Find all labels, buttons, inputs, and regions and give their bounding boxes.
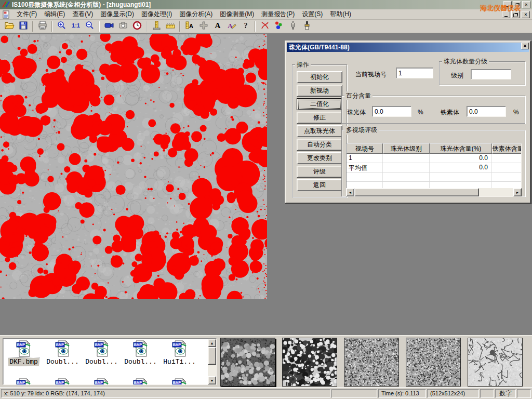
- brush-button[interactable]: [300, 20, 314, 33]
- file-name[interactable]: Doubl...: [84, 358, 118, 366]
- classify-button[interactable]: [272, 20, 286, 33]
- file-name[interactable]: Doubl...: [45, 358, 79, 366]
- pearlite-percent-input[interactable]: [372, 106, 411, 117]
- file-name[interactable]: DKF.bmp: [8, 358, 39, 366]
- current-field-input[interactable]: [396, 68, 433, 78]
- thumbnail-1[interactable]: [220, 338, 275, 387]
- table-header[interactable]: 珠光体含量(%): [430, 143, 492, 154]
- op-button-7[interactable]: 更改类别: [297, 152, 342, 164]
- open-button[interactable]: [2, 20, 16, 33]
- percent-group-label: 百分含量: [344, 91, 373, 100]
- bmp-file-icon: BMP: [16, 340, 32, 357]
- table-header[interactable]: 珠光体级别: [383, 143, 430, 154]
- caliper-button[interactable]: [149, 20, 163, 33]
- file-item-3[interactable]: BMP Doubl...: [82, 340, 121, 366]
- svg-text:BMP: BMP: [95, 381, 103, 384]
- ferrite-percent-input[interactable]: [467, 106, 506, 117]
- thumbnail-4[interactable]: [406, 338, 461, 387]
- menu-item-10[interactable]: 帮助(H): [326, 9, 355, 20]
- table-row[interactable]: [347, 172, 521, 182]
- scroll-left-button[interactable]: ◄: [346, 188, 354, 196]
- menu-item-8[interactable]: 测量报告(P): [258, 9, 298, 20]
- zoom-out-button[interactable]: [83, 20, 97, 33]
- menu-item-4[interactable]: 图像显示(D): [97, 9, 138, 20]
- table-header[interactable]: 视场号: [347, 143, 383, 154]
- pointer-pen-button[interactable]: [286, 20, 300, 33]
- table-row[interactable]: 10.0: [347, 154, 521, 163]
- print-button[interactable]: [35, 20, 49, 33]
- menu-item-9[interactable]: 设置(S): [298, 9, 326, 20]
- thumbnail-3[interactable]: [344, 338, 399, 387]
- file-list-scrollbar[interactable]: ▲ ▼: [208, 339, 216, 384]
- timer-button[interactable]: [130, 20, 144, 33]
- merge-button[interactable]: [196, 20, 210, 33]
- file-item-4[interactable]: BMP Doubl...: [121, 340, 160, 366]
- op-button-9[interactable]: 返回: [297, 179, 342, 191]
- table-row[interactable]: 平均值0.0: [347, 163, 521, 172]
- capture-button[interactable]: [116, 20, 130, 33]
- save-button[interactable]: [16, 20, 30, 33]
- scroll-right-button[interactable]: ►: [513, 188, 522, 196]
- menu-item-2[interactable]: 编辑(E): [41, 9, 69, 20]
- document-icon[interactable]: [2, 10, 10, 19]
- file-item-1[interactable]: BMP DKF.bmp: [4, 340, 43, 366]
- op-button-8[interactable]: 评级: [297, 166, 342, 178]
- op-button-4[interactable]: 修正: [297, 112, 342, 124]
- table-header[interactable]: 铁素体含量(%): [492, 143, 522, 154]
- video-camera-icon: [104, 20, 114, 32]
- grade-input[interactable]: [471, 69, 511, 79]
- annotate-button[interactable]: A: [224, 20, 238, 33]
- svg-text:1:1: 1:1: [72, 22, 80, 29]
- file-item-2[interactable]: BMP Doubl...: [43, 340, 82, 366]
- file-item-clipped-4[interactable]: BMP: [121, 378, 160, 385]
- menu-item-3[interactable]: 查看(V): [69, 9, 97, 20]
- svg-text:BMP: BMP: [56, 381, 64, 384]
- op-button-2[interactable]: 新视场: [297, 85, 342, 97]
- file-name[interactable]: HuiTi...: [162, 358, 196, 366]
- dialog-title-bar[interactable]: 珠光体(GB/T9441-88): [287, 43, 529, 52]
- help-button[interactable]: ?: [238, 20, 252, 33]
- scroll-up-button[interactable]: ▲: [208, 339, 216, 347]
- delete-curve-button[interactable]: [258, 20, 272, 33]
- file-item-clipped-5[interactable]: BMP: [160, 378, 199, 385]
- close-button[interactable]: ×: [522, 1, 530, 8]
- file-list[interactable]: BMP DKF.bmp BMP Doubl... BMP Doubl... BM…: [3, 338, 217, 385]
- file-item-clipped-2[interactable]: BMP: [43, 378, 82, 385]
- one-to-one-button[interactable]: 1:1: [69, 20, 83, 33]
- app-icon: [2, 1, 10, 9]
- status-panel-empty-2: [480, 389, 494, 398]
- op-button-6[interactable]: 自动分类: [297, 139, 342, 151]
- video-camera-button[interactable]: [102, 20, 116, 33]
- file-item-5[interactable]: BMP HuiTi...: [160, 340, 199, 366]
- zoom-in-button[interactable]: [55, 20, 69, 33]
- menu-item-1[interactable]: 文件(F): [13, 9, 41, 20]
- scroll-thumb[interactable]: [354, 188, 479, 196]
- file-name[interactable]: Doubl...: [123, 358, 157, 366]
- scroll-thumb[interactable]: [208, 347, 216, 365]
- op-button-5[interactable]: 点取珠光体: [297, 125, 342, 137]
- menu-item-6[interactable]: 图像分析(A): [176, 9, 216, 20]
- scroll-down-button[interactable]: ▼: [208, 376, 216, 384]
- mdi-close-button[interactable]: ×: [522, 11, 530, 18]
- file-item-clipped-3[interactable]: BMP: [82, 378, 121, 385]
- dialog-close-button[interactable]: ×: [521, 43, 529, 49]
- thumbnail-5[interactable]: [468, 338, 523, 387]
- grade-label: 级别: [451, 71, 463, 80]
- text-button[interactable]: A: [210, 20, 224, 33]
- file-item-clipped-1[interactable]: BMP: [4, 378, 43, 385]
- status-image-size: (512x512x24): [427, 389, 479, 398]
- table-horizontal-scrollbar[interactable]: ◄ ►: [346, 188, 522, 196]
- measure-label-button[interactable]: A: [182, 20, 196, 33]
- menu-item-7[interactable]: 图像测量(M): [216, 9, 258, 20]
- op-button-3[interactable]: 二值化: [297, 98, 342, 110]
- text-icon: A: [212, 20, 223, 32]
- table-cell: 1: [347, 154, 383, 163]
- application-window: IS100显微摄像系统(金相分析版) - [zhuguangti01] × 海北…: [0, 0, 532, 399]
- op-button-1[interactable]: 初始化: [297, 71, 342, 83]
- pearlite-label: 珠光体: [347, 108, 366, 117]
- ruler-button[interactable]: [163, 20, 177, 33]
- thumbnail-2[interactable]: [282, 338, 337, 387]
- micrograph-image[interactable]: [0, 34, 267, 299]
- operations-group: 操作 初始化新视场二值化修正点取珠光体自动分类更改类别评级返回: [292, 60, 347, 197]
- menu-item-5[interactable]: 图像处理(I): [138, 9, 176, 20]
